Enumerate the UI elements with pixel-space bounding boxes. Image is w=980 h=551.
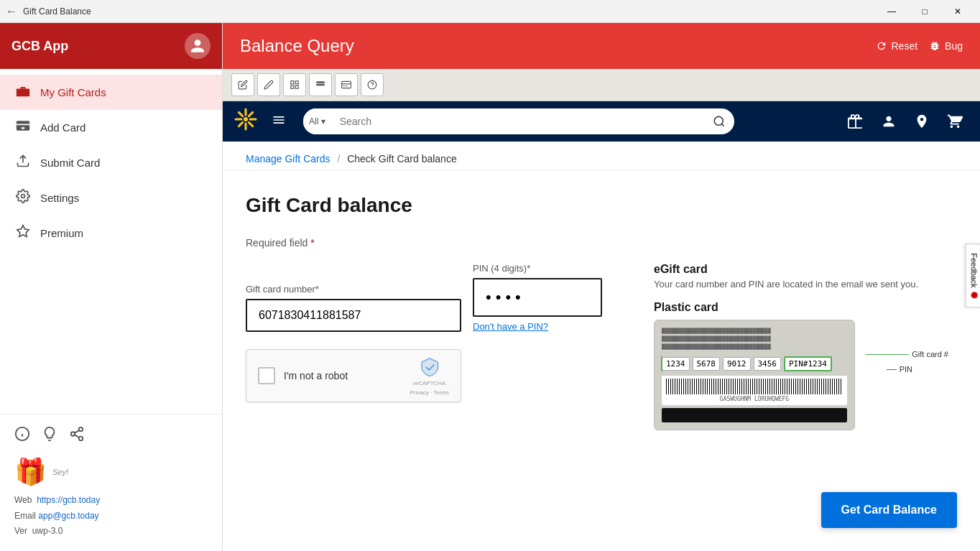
card-diagram: eGift card Your card number and PIN are … (654, 263, 918, 430)
registry-icon-button[interactable] (842, 108, 869, 135)
svg-marker-7 (17, 226, 29, 237)
svg-rect-16 (291, 81, 294, 84)
app-name: GCB App (11, 39, 68, 54)
svg-line-34 (239, 122, 242, 126)
info-button[interactable] (14, 426, 30, 445)
svg-point-35 (714, 116, 723, 125)
window-title: Gift Card Balance (23, 6, 91, 17)
svg-point-6 (22, 195, 25, 198)
app-bar-actions: Reset Bug (876, 40, 963, 52)
pin-block: PIN#1234 (784, 356, 832, 371)
breadcrumb-separator: / (337, 153, 340, 165)
minimize-button[interactable]: — (875, 0, 908, 23)
egift-desc: Your card number and PIN are located in … (654, 279, 918, 290)
share-button[interactable] (69, 426, 85, 445)
sidebar-header: GCB App (0, 23, 222, 69)
sidebar-item-premium[interactable]: Premium (0, 216, 222, 251)
svg-rect-22 (342, 81, 351, 88)
window-controls: — □ ✕ (875, 0, 974, 23)
annotation-pin: PIN (900, 365, 912, 374)
maximize-button[interactable]: □ (908, 0, 941, 23)
toolbar-dash-btn[interactable] (309, 73, 332, 96)
reset-button[interactable]: Reset (876, 40, 918, 52)
hamburger-button[interactable] (266, 107, 292, 136)
svg-rect-17 (295, 81, 298, 84)
breadcrumb-current: Check Gift Card balance (347, 153, 457, 165)
close-button[interactable]: ✕ (941, 0, 974, 23)
dont-have-pin-link[interactable]: Don't have a PIN? (473, 321, 602, 332)
idea-button[interactable] (42, 426, 57, 445)
svg-point-11 (79, 427, 83, 432)
toolbar-edit-btn[interactable] (231, 73, 254, 96)
recaptcha-icon (418, 356, 441, 379)
search-button[interactable] (704, 108, 734, 134)
web-link[interactable]: https://gcb.today (37, 495, 100, 505)
egift-title: eGift card (654, 263, 918, 276)
toolbar-help-btn[interactable] (361, 73, 384, 96)
avatar[interactable] (185, 33, 211, 59)
card-number-label: Gift card number* (246, 284, 461, 295)
walmart-logo[interactable] (234, 108, 257, 136)
svg-point-26 (244, 117, 248, 121)
svg-point-12 (71, 432, 75, 436)
nav-items: My Gift Cards Add Card Submit Card Setti… (0, 69, 222, 414)
pin-input[interactable] (473, 278, 602, 317)
recaptcha-brand: reCAPTCHA (413, 380, 445, 387)
search-container: All ▾ (303, 108, 734, 134)
svg-line-32 (249, 122, 252, 126)
required-note: Required field * (246, 237, 957, 249)
premium-label: Premium (40, 227, 83, 239)
sidebar-item-my-gift-cards[interactable]: My Gift Cards (0, 75, 222, 110)
svg-rect-19 (295, 85, 298, 88)
sidebar-footer: 🎁 Sey! Web https://gcb.today Email app@g… (0, 414, 222, 551)
email-link[interactable]: app@gcb.today (38, 511, 98, 521)
footer-gift-text: Sey! (52, 468, 68, 476)
recaptcha-logo: reCAPTCHA Privacy · Terms (410, 356, 449, 395)
sidebar-item-submit-card[interactable]: Submit Card (0, 145, 222, 180)
settings-label: Settings (40, 192, 79, 204)
breadcrumb-parent[interactable]: Manage Gift Cards (246, 153, 330, 165)
account-icon-button[interactable] (875, 108, 902, 135)
form-area: Gift Card balance Required field * Gift … (223, 171, 980, 453)
toolbar-pencil-btn[interactable] (257, 73, 280, 96)
toolbar-card-btn[interactable] (335, 73, 358, 96)
sidebar-item-settings[interactable]: Settings (0, 180, 222, 216)
svg-line-14 (75, 435, 79, 438)
form-title: Gift Card balance (246, 194, 957, 217)
svg-line-33 (249, 112, 252, 116)
main-layout: GCB App My Gift Cards Add Card (0, 23, 980, 551)
feedback-tab[interactable]: Feedback (965, 244, 980, 307)
page-content: Manage Gift Cards / Check Gift Card bala… (223, 142, 980, 551)
gift-cards-icon (14, 83, 32, 101)
title-bar: ← Gift Card Balance — □ ✕ (0, 0, 980, 23)
sidebar-item-add-card[interactable]: Add Card (0, 110, 222, 145)
cart-icon-button[interactable] (941, 108, 969, 135)
breadcrumb: Manage Gift Cards / Check Gift Card bala… (223, 142, 980, 171)
barcode-text: GASWUGHNM LORUHQWEFG (666, 396, 843, 402)
version-value: uwp-3.0 (32, 526, 63, 536)
location-icon-button[interactable] (908, 108, 935, 135)
svg-rect-21 (316, 84, 325, 85)
recaptcha-checkbox[interactable] (258, 367, 275, 384)
content-area: Balance Query Reset Bug (223, 23, 980, 551)
card-number-input[interactable] (246, 299, 461, 332)
pin-label: PIN (4 digits)* (473, 263, 602, 274)
bug-button[interactable]: Bug (929, 40, 963, 52)
back-button[interactable]: ← (6, 5, 17, 18)
nav-right-icons (842, 108, 969, 135)
recaptcha-box[interactable]: I'm not a robot reCAPTCHA Privacy · Term… (246, 349, 461, 402)
search-category-dropdown[interactable]: All ▾ (303, 108, 331, 134)
card-number-group: Gift card number* (246, 284, 461, 332)
svg-rect-0 (17, 89, 29, 97)
gift-decoration-icon: 🎁 (14, 457, 47, 487)
get-card-balance-button[interactable]: Get Card Balance (821, 492, 957, 528)
toolbar-grid-btn[interactable] (283, 73, 306, 96)
form-fields: Gift card number* PIN (4 digits)* Don't … (246, 263, 602, 402)
add-card-label: Add Card (40, 121, 85, 134)
app-top-bar: Balance Query Reset Bug (223, 23, 980, 69)
plastic-title: Plastic card (654, 301, 918, 314)
recaptcha-label: I'm not a robot (284, 370, 401, 381)
search-input[interactable] (331, 108, 704, 134)
feedback-dot (971, 292, 977, 298)
app-bar-title: Balance Query (240, 36, 354, 56)
